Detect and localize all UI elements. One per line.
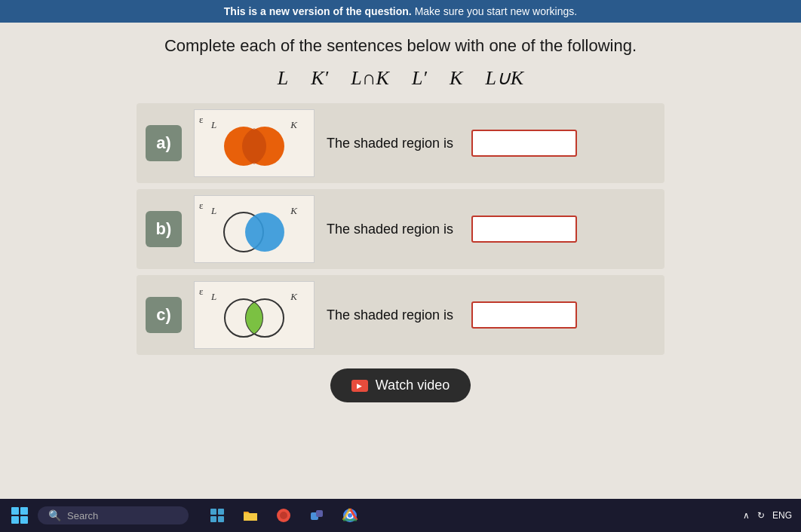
text-a: The shaded region is (327, 136, 453, 151)
questions-area: a) ε L K The shaded region is b) (137, 103, 664, 355)
folder-icon-svg (242, 507, 259, 524)
system-lang: ENG (772, 510, 792, 521)
task-view-icon[interactable] (204, 502, 231, 529)
options-row: L K′ L∩K L′ K L∪K (278, 66, 523, 90)
venn-diagram-b (209, 203, 299, 255)
epsilon-a: ε (199, 114, 203, 126)
watch-video-button[interactable]: Watch video (330, 368, 471, 402)
label-l-b: L (211, 205, 216, 217)
task-view-svg (210, 508, 225, 523)
svg-rect-12 (210, 516, 216, 522)
svg-rect-13 (218, 516, 224, 522)
answer-box-c[interactable] (471, 301, 577, 329)
teams-icon[interactable] (303, 502, 330, 529)
answer-box-a[interactable] (471, 130, 577, 157)
svg-rect-11 (218, 509, 224, 515)
label-k-b: K (290, 205, 297, 217)
label-l-a: L (211, 119, 216, 131)
taskbar-search[interactable]: 🔍 Search (38, 506, 189, 524)
text-c: The shaded region is (327, 307, 453, 323)
instruction-text: Complete each of the sentences below wit… (164, 36, 637, 56)
epsilon-b: ε (199, 200, 203, 212)
taskbar-right: ∧ ↻ ENG (743, 510, 792, 521)
search-label: Search (67, 510, 98, 521)
svg-point-21 (348, 513, 352, 518)
option-L-prime: L′ (412, 67, 427, 90)
label-c: c) (146, 297, 182, 333)
start-button[interactable] (9, 505, 30, 526)
svg-rect-10 (210, 509, 216, 515)
diagram-a: ε L K (194, 109, 315, 177)
diagram-c: ε L K (194, 281, 315, 349)
label-b: b) (146, 211, 182, 247)
option-K: K (450, 67, 462, 90)
question-row-c: c) ε L K (137, 275, 664, 355)
browser-svg (275, 507, 292, 524)
epsilon-c: ε (199, 286, 203, 298)
option-K-prime: K′ (311, 67, 328, 90)
main-content: Complete each of the sentences below wit… (0, 23, 801, 499)
venn-diagram-c (209, 289, 299, 341)
browser-icon[interactable] (270, 502, 297, 529)
taskbar-icons (204, 502, 364, 529)
play-icon (351, 380, 368, 392)
option-L-union-K: L∪K (485, 66, 523, 90)
label-k-a: K (290, 119, 297, 131)
search-icon: 🔍 (48, 509, 61, 521)
windows-logo (11, 507, 28, 524)
chrome-svg (342, 507, 358, 524)
svg-rect-14 (244, 513, 257, 521)
option-L-inter-K: L∩K (351, 67, 389, 90)
text-b: The shaded region is (327, 222, 453, 237)
system-tray-up[interactable]: ∧ (743, 510, 750, 521)
label-l-c: L (211, 291, 216, 303)
venn-diagram-a (209, 118, 299, 169)
option-L: L (278, 67, 288, 90)
question-row-b: b) ε L K The shaded region i (137, 189, 664, 269)
banner-bold: This is a new version of the question. (224, 5, 412, 17)
label-a: a) (146, 125, 182, 161)
banner-rest: Make sure you start new workings. (415, 5, 578, 17)
system-tray-refresh[interactable]: ↻ (757, 510, 765, 521)
svg-rect-18 (316, 510, 323, 517)
teams-svg (308, 507, 325, 524)
svg-point-3 (245, 212, 284, 252)
taskbar: 🔍 Search (0, 499, 801, 532)
top-banner: This is a new version of the question. M… (0, 0, 801, 23)
answer-box-b[interactable] (471, 216, 577, 243)
label-k-c: K (290, 291, 297, 303)
diagram-b: ε L K (194, 195, 315, 263)
chrome-icon[interactable] (336, 502, 364, 529)
question-row-a: a) ε L K The shaded region is (137, 103, 664, 183)
file-explorer-icon[interactable] (237, 502, 264, 529)
watch-video-label: Watch video (376, 378, 450, 393)
svg-point-16 (280, 512, 287, 519)
